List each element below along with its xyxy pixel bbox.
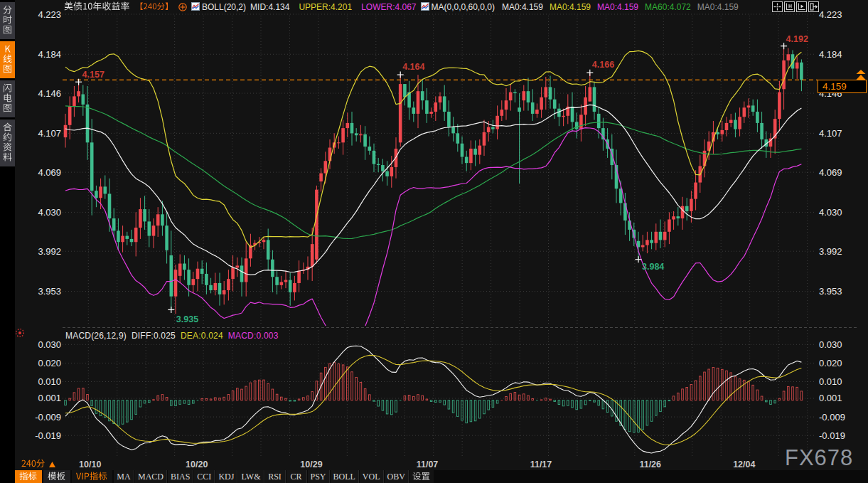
indicator-button-psy[interactable]: PSY	[308, 470, 330, 483]
candle-body	[187, 270, 191, 285]
macd-hist-bar	[646, 400, 648, 425]
pan-tool-icon[interactable]	[772, 1, 783, 12]
toolbar-tab-3[interactable]	[72, 470, 112, 483]
macd-hist-bar	[606, 400, 609, 413]
sidebar-item-1[interactable]	[0, 2, 15, 39]
candle-body	[663, 232, 667, 240]
candle-body	[77, 91, 80, 96]
macd-hist-bar	[127, 400, 129, 423]
candle-body	[275, 277, 279, 285]
macd-hist-bar	[712, 367, 714, 400]
macd-hist-bar	[267, 383, 269, 400]
price-axis-label-right: 4.030	[819, 207, 842, 218]
macd-hist-bar	[281, 397, 283, 400]
macd-hist-bar	[355, 377, 358, 400]
indicator-button-vol[interactable]: VOL	[360, 470, 384, 483]
axis-play-icon[interactable]	[796, 1, 807, 12]
ma-legend: MA(0,0,0,60,0,0) MA0:4.159 MA0:4.159 MA0…	[421, 2, 739, 13]
sidebar-item-2[interactable]	[0, 41, 15, 78]
indicator-button-boll[interactable]: BOLL	[331, 470, 359, 483]
macd-hist-bar	[259, 380, 261, 400]
candle-body	[262, 240, 266, 242]
indicator-button-rsi[interactable]: RSI	[265, 470, 286, 483]
macd-indicator-icon[interactable]	[15, 328, 25, 341]
macd-hist-bar	[157, 396, 159, 400]
macd-hist-bar	[739, 379, 741, 400]
candle-body	[623, 203, 627, 221]
indicator-button-macd[interactable]: MACD	[135, 470, 167, 483]
indicator-button-obv[interactable]: OBV	[385, 470, 409, 483]
macd-axis-label-left: 0.030	[38, 339, 61, 350]
time-axis-label: 11/07	[417, 460, 439, 469]
candle-body	[170, 255, 173, 297]
candle-body	[130, 239, 134, 242]
macd-hist-bar	[135, 400, 137, 415]
toolbar-tab-2[interactable]	[43, 470, 70, 483]
macd-params-label: MACD(26,12,9)	[65, 331, 127, 341]
macd-hist-bar	[91, 400, 93, 406]
candle-body	[68, 107, 72, 125]
candle-body	[90, 142, 94, 191]
indicator-button-lw[interactable]: LW&	[238, 470, 264, 483]
price-annotation: 4.192	[786, 34, 808, 44]
indicator-button-kdj[interactable]: KDJ	[215, 470, 237, 483]
candle-body	[134, 228, 138, 242]
macd-hist-bar	[514, 393, 516, 400]
sidebar-item-3[interactable]	[0, 80, 15, 117]
macd-diff-value: DIFF:0.025	[132, 331, 176, 341]
candle-body	[293, 283, 296, 292]
macd-hist-bar	[430, 400, 432, 402]
macd-hist-bar	[562, 400, 564, 406]
time-axis-labels: 10/1010/2010/2911/0711/1711/2612/04	[79, 460, 755, 469]
macd-lines	[65, 346, 801, 453]
macd-dea-value: DEA:0.024	[181, 331, 223, 341]
candle-body	[161, 214, 164, 225]
macd-hist-bar	[377, 400, 380, 406]
macd-hist-bar	[778, 398, 781, 400]
indicator-button-cr[interactable]: CR	[286, 470, 307, 483]
candle-body	[403, 84, 407, 97]
macd-hist-bar	[554, 400, 556, 402]
macd-hist-bar	[744, 380, 746, 400]
candle-body	[417, 91, 420, 114]
ma60-value: MA60:4.072	[645, 2, 691, 12]
candle-body	[562, 116, 565, 117]
macd-hist-bar	[360, 382, 362, 400]
boll-mini-chart-icon[interactable]	[191, 2, 200, 13]
macd-hist-bar	[311, 392, 314, 400]
settings-button[interactable]	[409, 470, 434, 483]
macd-hist-bar	[576, 400, 578, 410]
macd-hist-bar	[408, 396, 410, 400]
exit-chart-icon[interactable]	[808, 1, 819, 12]
macd-hist-bar	[333, 363, 336, 400]
candle-body	[86, 105, 90, 142]
time-axis-label: 10/10	[79, 460, 101, 469]
macd-hist-bar	[276, 394, 278, 400]
macd-hist-bar	[540, 400, 542, 400]
indicator-button-cci[interactable]: CCI	[194, 470, 215, 483]
watermark-logo: FX678	[785, 445, 853, 471]
candlestick-chart-canvas[interactable]: 4.2234.2234.1844.1844.1464.1464.1074.107…	[0, 0, 868, 483]
candle-body	[152, 225, 156, 235]
candle-body	[223, 290, 226, 294]
boll-legend: BOLL(20,2) MID:4.134 UPPER:4.201 LOWER:4…	[191, 2, 417, 13]
toolbar-tab-1[interactable]	[15, 470, 42, 483]
collapse-indicator-icon[interactable]	[178, 3, 187, 11]
macd-hist-bar	[413, 396, 415, 400]
indicator-button-bias[interactable]: BIAS	[168, 470, 193, 483]
candle-body	[200, 269, 204, 274]
boll-lower-value: LOWER:4.067	[361, 2, 416, 12]
candle-body	[491, 127, 495, 129]
indicator-button-ma[interactable]: MA	[114, 470, 134, 483]
period-selector[interactable]	[21, 459, 55, 469]
sidebar-item-4[interactable]	[0, 120, 15, 166]
macd-hist-bar	[633, 400, 636, 432]
price-annotation: 3.935	[176, 314, 198, 324]
candle-body	[346, 123, 350, 128]
candle-body	[668, 220, 671, 232]
axis-scale-k-icon[interactable]	[784, 1, 795, 12]
cjk-text	[3, 122, 13, 164]
ma-mini-chart-icon[interactable]	[421, 2, 429, 13]
macd-hist-bar	[496, 400, 498, 403]
macd-hist-bar	[149, 400, 151, 403]
